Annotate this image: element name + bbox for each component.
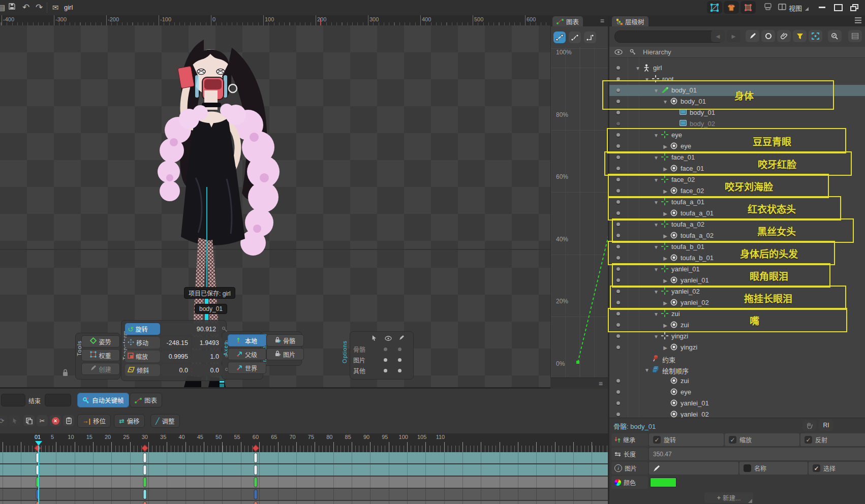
inherit-scale-checkbox[interactable]: ✓缩放 <box>725 433 799 446</box>
tree-row[interactable]: ▶yingzi <box>609 342 865 353</box>
tree-expand-arrow[interactable]: ▶ <box>663 256 668 261</box>
tab-hierarchy[interactable]: 层级树 <box>612 16 648 26</box>
rotate-mode-button[interactable]: ↺旋转 <box>125 323 160 335</box>
translate-value-y[interactable]: 1.9493 <box>192 337 222 349</box>
clip-button[interactable] <box>777 30 791 42</box>
tree-row[interactable]: ▶zui <box>609 320 865 331</box>
maximize-button[interactable] <box>831 3 845 12</box>
ruler-keyframe-diamond[interactable] <box>141 445 148 452</box>
tree-row[interactable]: ▼toufa_a_01 <box>609 197 865 208</box>
image-brush-field[interactable] <box>649 462 738 475</box>
select-checkbox[interactable]: ✓选择 <box>809 462 865 475</box>
new-button[interactable]: + 新建... <box>704 492 753 503</box>
copy-button[interactable] <box>23 415 35 426</box>
end-frame-input[interactable] <box>45 394 71 406</box>
keyframe[interactable] <box>143 465 146 475</box>
visibility-dot[interactable] <box>616 133 620 137</box>
graph-menu-icon[interactable]: ≡ <box>600 17 604 25</box>
tree-collapse-arrow[interactable]: ▼ <box>644 367 650 373</box>
tree-expand-arrow[interactable]: ▶ <box>663 323 668 328</box>
visibility-dot[interactable] <box>616 278 620 282</box>
tree-expand-arrow[interactable]: ▶ <box>663 300 668 306</box>
autokey-button[interactable]: 自动关键帧 <box>77 393 129 407</box>
curve-bezier-button[interactable] <box>569 32 581 43</box>
axes-button-local[interactable]: 本地 <box>228 334 266 346</box>
tree-row[interactable]: ▼zui <box>609 308 865 320</box>
redo-icon[interactable]: ↷ <box>34 2 45 13</box>
tree-expand-arrow[interactable]: ▶ <box>663 188 668 194</box>
tree-collapse-arrow[interactable]: ▼ <box>654 200 659 205</box>
curve-linear-button[interactable] <box>553 32 566 43</box>
visibility-dot[interactable] <box>616 200 620 204</box>
loop-ghost-icon[interactable]: ⟳ <box>0 415 7 426</box>
tab-graph[interactable]: 图表 <box>552 16 583 26</box>
visibility-dot[interactable] <box>616 234 620 237</box>
tree-row[interactable]: yanlei_01 <box>609 398 865 409</box>
pose-tool-button[interactable] <box>802 420 816 431</box>
delete-button[interactable]: × <box>50 415 61 426</box>
toggle-dot[interactable] <box>398 369 401 372</box>
tree-row[interactable]: ▶face_01 <box>609 163 865 174</box>
visibility-dot[interactable] <box>616 167 620 170</box>
playhead-line[interactable] <box>38 446 39 504</box>
visibility-dot[interactable] <box>616 77 620 81</box>
weights-toggle[interactable] <box>740 1 756 14</box>
nav-forward-button[interactable]: ► <box>727 30 740 42</box>
filter-button[interactable] <box>793 30 807 42</box>
tree-expand-arrow[interactable]: ▶ <box>663 144 668 149</box>
tree-collapse-arrow[interactable]: ▼ <box>654 88 659 93</box>
shear-value-y[interactable]: 0.0 <box>192 364 222 376</box>
tree-expand-arrow[interactable]: ▶ <box>663 211 668 216</box>
timeline-track[interactable] <box>0 477 608 488</box>
bone-segment[interactable] <box>220 384 224 387</box>
layout-icon[interactable] <box>777 2 788 13</box>
keyframe[interactable] <box>254 465 257 475</box>
tree-collapse-arrow[interactable]: ▼ <box>654 289 659 295</box>
scale-value-y[interactable]: 1.0 <box>192 351 222 362</box>
tree-row[interactable]: ▶yanlei_01 <box>609 275 865 286</box>
tree-expand-arrow[interactable]: ▶ <box>663 345 668 351</box>
visibility-dot[interactable] <box>616 66 620 70</box>
start-frame-input[interactable] <box>1 394 25 406</box>
scale-mode-button[interactable]: 缩放 <box>125 351 160 362</box>
visibility-column-icon[interactable] <box>614 49 623 55</box>
visibility-dot[interactable] <box>616 413 620 416</box>
visibility-dot[interactable] <box>616 122 620 125</box>
name-checkbox[interactable]: 名称 <box>739 462 808 475</box>
keyframe[interactable] <box>254 453 257 462</box>
keyframe[interactable] <box>143 478 146 487</box>
tree-row[interactable]: ▼root <box>609 74 865 85</box>
tree-collapse-arrow[interactable]: ▼ <box>654 311 659 317</box>
toggle-dot[interactable] <box>398 358 401 362</box>
inherit-rotation-checkbox[interactable]: ✓旋转 <box>649 433 724 446</box>
tree-expand-arrow[interactable]: ▶ <box>663 278 668 284</box>
tree-row[interactable]: ▶eye <box>609 141 865 152</box>
visibility-dot[interactable] <box>616 345 620 349</box>
visibility-dot[interactable] <box>616 211 620 215</box>
visibility-dot[interactable] <box>616 323 620 327</box>
visibility-dot[interactable] <box>616 155 620 159</box>
ring-button[interactable] <box>761 30 775 42</box>
export-icon[interactable]: ✉ <box>50 2 61 13</box>
frame-selection-button[interactable] <box>809 30 822 42</box>
visibility-dot[interactable] <box>616 401 620 405</box>
axes-button-world[interactable]: 世界 <box>228 362 266 374</box>
tree-row[interactable]: ▶toufa_a_02 <box>609 230 865 241</box>
tree-row[interactable]: ▼yanlei_01 <box>609 264 865 275</box>
paste-button[interactable] <box>63 415 74 426</box>
tree-row[interactable]: ▼body_01 <box>609 96 865 107</box>
visibility-dot[interactable] <box>616 256 620 260</box>
visibility-dot[interactable] <box>616 334 620 338</box>
frame-ruler[interactable]: 0151015202530354045505560657075808590951… <box>0 433 608 452</box>
keyframe[interactable] <box>254 478 257 487</box>
timeline-track[interactable] <box>0 489 608 500</box>
keyframe[interactable] <box>143 502 146 504</box>
select-ghost-icon[interactable] <box>9 415 20 426</box>
panel-options-icon[interactable] <box>855 17 861 25</box>
compensate-button-bones[interactable]: 骨骼 <box>266 334 304 346</box>
toggle-dot[interactable] <box>398 348 401 351</box>
axes-button-parent[interactable]: 父级 <box>228 348 266 360</box>
timeline-track[interactable] <box>0 501 608 504</box>
viewport[interactable]: 项目已保存: girl body_01 Tools Transform Axes… <box>0 25 550 387</box>
key-icon[interactable] <box>220 323 229 335</box>
